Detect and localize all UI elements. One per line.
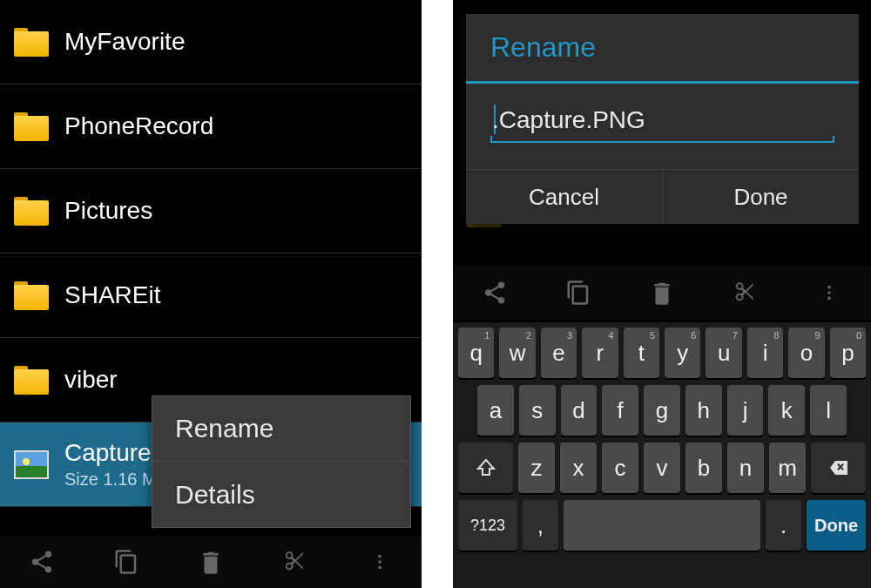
key-f[interactable]: f bbox=[602, 385, 638, 436]
key-d[interactable]: d bbox=[561, 385, 598, 436]
rename-dialog: Rename Cancel Done bbox=[466, 14, 859, 224]
context-details[interactable]: Details bbox=[152, 462, 410, 527]
list-item[interactable]: Pictures bbox=[0, 169, 422, 253]
key-v[interactable]: v bbox=[644, 443, 680, 493]
share-button[interactable] bbox=[24, 544, 60, 580]
folder-icon bbox=[14, 281, 49, 310]
shift-key[interactable] bbox=[458, 443, 513, 493]
keyboard-done-key[interactable]: Done bbox=[807, 500, 866, 551]
key-p[interactable]: p0 bbox=[830, 328, 866, 378]
cut-button[interactable] bbox=[277, 544, 314, 580]
folder-label: SHAREit bbox=[64, 281, 160, 309]
list-item[interactable]: MyFavorite bbox=[0, 0, 422, 84]
context-menu: Rename Details bbox=[152, 395, 411, 528]
copy-button[interactable] bbox=[108, 544, 145, 580]
dialog-title: Rename bbox=[466, 14, 859, 84]
key-e[interactable]: e3 bbox=[541, 328, 577, 378]
delete-button[interactable] bbox=[192, 544, 229, 580]
key-h[interactable]: h bbox=[685, 385, 722, 436]
key-g[interactable]: g bbox=[644, 385, 680, 436]
folder-label: viber bbox=[64, 366, 118, 394]
folder-icon bbox=[14, 28, 49, 57]
list-item[interactable]: SHAREit bbox=[0, 253, 422, 338]
rename-input[interactable] bbox=[490, 103, 834, 143]
key-z[interactable]: z bbox=[518, 443, 555, 493]
svg-point-2 bbox=[378, 566, 381, 570]
done-button[interactable]: Done bbox=[663, 170, 859, 224]
key-x[interactable]: x bbox=[560, 443, 597, 493]
key-n[interactable]: n bbox=[727, 443, 764, 493]
key-s[interactable]: s bbox=[519, 385, 556, 436]
context-rename[interactable]: Rename bbox=[152, 396, 410, 462]
folder-icon bbox=[14, 112, 49, 141]
folder-icon bbox=[14, 366, 49, 395]
key-l[interactable]: l bbox=[810, 385, 847, 436]
list-item[interactable]: PhoneRecord bbox=[0, 84, 422, 169]
file-size-label: Size 1.16 M bbox=[64, 470, 157, 490]
action-toolbar bbox=[0, 536, 422, 588]
overflow-button[interactable] bbox=[361, 544, 398, 580]
folder-label: PhoneRecord bbox=[64, 112, 213, 140]
cut-button[interactable] bbox=[727, 274, 764, 311]
svg-point-1 bbox=[378, 560, 381, 564]
folder-icon bbox=[14, 197, 49, 226]
space-key[interactable] bbox=[564, 500, 761, 551]
svg-point-0 bbox=[378, 555, 381, 558]
key-b[interactable]: b bbox=[685, 443, 722, 493]
key-t[interactable]: t5 bbox=[624, 328, 659, 378]
key-u[interactable]: u7 bbox=[706, 328, 741, 378]
key-k[interactable]: k bbox=[768, 385, 805, 436]
image-icon bbox=[14, 450, 49, 479]
cancel-button[interactable]: Cancel bbox=[466, 170, 663, 224]
soft-keyboard: q1w2e3r4t5y6u7i8o9p0 asdfghjkl zxcvbnm ?… bbox=[453, 322, 871, 588]
key-m[interactable]: m bbox=[769, 443, 806, 493]
key-j[interactable]: j bbox=[727, 385, 764, 436]
file-label: Capture bbox=[64, 439, 157, 467]
key-r[interactable]: r4 bbox=[582, 328, 618, 378]
key-i[interactable]: i8 bbox=[747, 328, 783, 378]
symbols-key[interactable]: ?123 bbox=[458, 500, 517, 551]
key-a[interactable]: a bbox=[477, 385, 514, 436]
svg-point-3 bbox=[827, 286, 831, 289]
svg-point-5 bbox=[827, 297, 831, 301]
key-o[interactable]: o9 bbox=[788, 328, 824, 378]
overflow-button[interactable] bbox=[811, 274, 847, 311]
file-browser-screen: MyFavorite PhoneRecord Pictures SHAREit … bbox=[0, 0, 422, 588]
period-key[interactable]: . bbox=[766, 500, 801, 551]
folder-label: MyFavorite bbox=[64, 28, 185, 56]
key-y[interactable]: y6 bbox=[665, 328, 700, 378]
key-c[interactable]: c bbox=[602, 443, 638, 493]
rename-input-wrap[interactable] bbox=[490, 103, 834, 143]
comma-key[interactable]: , bbox=[523, 500, 558, 551]
key-q[interactable]: q1 bbox=[458, 328, 494, 378]
rename-dialog-screen: Pictures Rename Cancel Done bbox=[453, 0, 871, 588]
svg-point-4 bbox=[827, 291, 831, 294]
share-button[interactable] bbox=[476, 274, 513, 311]
folder-label: Pictures bbox=[64, 197, 152, 225]
key-w[interactable]: w2 bbox=[499, 328, 535, 378]
backspace-key[interactable] bbox=[811, 443, 866, 493]
delete-button[interactable] bbox=[644, 274, 680, 311]
action-toolbar bbox=[453, 266, 871, 320]
copy-button[interactable] bbox=[560, 274, 597, 311]
